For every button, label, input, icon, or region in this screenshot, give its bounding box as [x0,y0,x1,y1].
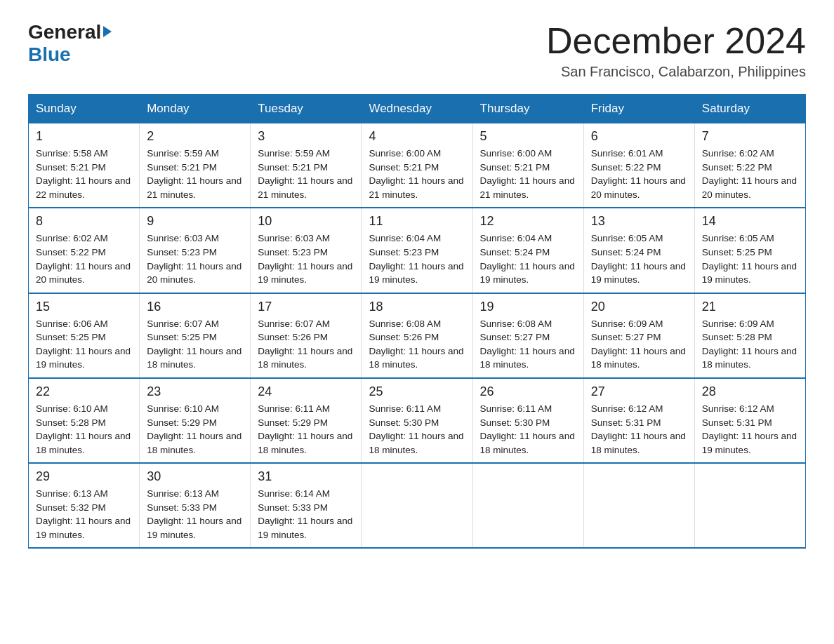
day-info: Sunrise: 6:13 AMSunset: 5:32 PMDaylight:… [36,487,132,542]
header-cell-tuesday: Tuesday [251,95,362,123]
day-cell: 6Sunrise: 6:01 AMSunset: 5:22 PMDaylight… [583,123,694,208]
day-info: Sunrise: 6:04 AMSunset: 5:24 PMDaylight:… [480,232,576,286]
day-cell: 3Sunrise: 5:59 AMSunset: 5:21 PMDaylight… [251,123,362,208]
day-number: 12 [480,214,576,229]
day-info: Sunrise: 6:11 AMSunset: 5:30 PMDaylight:… [480,402,576,457]
day-number: 6 [591,129,687,144]
day-cell: 18Sunrise: 6:08 AMSunset: 5:26 PMDayligh… [362,293,472,378]
day-cell: 11Sunrise: 6:04 AMSunset: 5:23 PMDayligh… [362,208,472,293]
day-cell: 7Sunrise: 6:02 AMSunset: 5:22 PMDaylight… [694,123,805,208]
day-info: Sunrise: 6:06 AMSunset: 5:25 PMDaylight:… [36,317,132,372]
day-info: Sunrise: 6:11 AMSunset: 5:30 PMDaylight:… [369,402,465,457]
logo-general-text: General [28,21,101,43]
day-number: 22 [36,384,132,399]
day-info: Sunrise: 6:03 AMSunset: 5:23 PMDaylight:… [147,232,243,286]
day-info: Sunrise: 6:02 AMSunset: 5:22 PMDaylight:… [702,147,798,201]
week-row: 22Sunrise: 6:10 AMSunset: 5:28 PMDayligh… [29,378,806,463]
day-cell [362,463,472,548]
day-info: Sunrise: 6:12 AMSunset: 5:31 PMDaylight:… [591,402,687,457]
location-subtitle: San Francisco, Calabarzon, Philippines [546,64,806,80]
day-info: Sunrise: 6:12 AMSunset: 5:31 PMDaylight:… [702,402,798,457]
day-number: 16 [147,300,243,314]
day-info: Sunrise: 6:01 AMSunset: 5:22 PMDaylight:… [591,147,687,201]
day-number: 28 [702,384,798,399]
header-cell-sunday: Sunday [29,95,140,123]
day-info: Sunrise: 6:08 AMSunset: 5:26 PMDaylight:… [369,317,465,372]
day-number: 15 [36,300,132,314]
day-cell: 29Sunrise: 6:13 AMSunset: 5:32 PMDayligh… [29,463,140,548]
day-cell: 26Sunrise: 6:11 AMSunset: 5:30 PMDayligh… [472,378,583,463]
day-info: Sunrise: 5:59 AMSunset: 5:21 PMDaylight:… [258,147,354,201]
day-cell: 10Sunrise: 6:03 AMSunset: 5:23 PMDayligh… [251,208,362,293]
day-number: 26 [480,384,576,399]
day-number: 10 [258,214,354,229]
page-header: General Blue December 2024 San Francisco… [28,21,806,80]
day-cell: 14Sunrise: 6:05 AMSunset: 5:25 PMDayligh… [694,208,805,293]
day-info: Sunrise: 6:02 AMSunset: 5:22 PMDaylight:… [36,232,132,286]
logo-blue-text: Blue [28,43,71,65]
day-number: 23 [147,384,243,399]
day-info: Sunrise: 6:07 AMSunset: 5:26 PMDaylight:… [258,317,354,372]
day-cell: 21Sunrise: 6:09 AMSunset: 5:28 PMDayligh… [694,293,805,378]
day-info: Sunrise: 6:14 AMSunset: 5:33 PMDaylight:… [258,487,354,542]
day-cell [694,463,805,548]
week-row: 29Sunrise: 6:13 AMSunset: 5:32 PMDayligh… [29,463,806,548]
day-cell: 25Sunrise: 6:11 AMSunset: 5:30 PMDayligh… [362,378,472,463]
logo: General Blue [28,21,112,66]
header-cell-saturday: Saturday [694,95,805,123]
calendar-header: SundayMondayTuesdayWednesdayThursdayFrid… [29,95,806,123]
day-info: Sunrise: 6:00 AMSunset: 5:21 PMDaylight:… [480,147,576,201]
day-cell: 9Sunrise: 6:03 AMSunset: 5:23 PMDaylight… [140,208,251,293]
day-info: Sunrise: 6:03 AMSunset: 5:23 PMDaylight:… [258,232,354,286]
day-number: 18 [369,300,465,314]
day-cell: 24Sunrise: 6:11 AMSunset: 5:29 PMDayligh… [251,378,362,463]
day-cell: 16Sunrise: 6:07 AMSunset: 5:25 PMDayligh… [140,293,251,378]
day-cell: 13Sunrise: 6:05 AMSunset: 5:24 PMDayligh… [583,208,694,293]
day-cell: 19Sunrise: 6:08 AMSunset: 5:27 PMDayligh… [472,293,583,378]
header-cell-thursday: Thursday [472,95,583,123]
header-row: SundayMondayTuesdayWednesdayThursdayFrid… [29,95,806,123]
day-cell: 1Sunrise: 5:58 AMSunset: 5:21 PMDaylight… [29,123,140,208]
day-cell: 4Sunrise: 6:00 AMSunset: 5:21 PMDaylight… [362,123,472,208]
day-cell: 12Sunrise: 6:04 AMSunset: 5:24 PMDayligh… [472,208,583,293]
day-number: 29 [36,469,132,484]
day-info: Sunrise: 6:04 AMSunset: 5:23 PMDaylight:… [369,232,465,286]
day-info: Sunrise: 6:09 AMSunset: 5:28 PMDaylight:… [702,317,798,372]
day-number: 24 [258,384,354,399]
day-cell: 15Sunrise: 6:06 AMSunset: 5:25 PMDayligh… [29,293,140,378]
day-number: 11 [369,214,465,229]
day-number: 7 [702,129,798,144]
day-cell: 8Sunrise: 6:02 AMSunset: 5:22 PMDaylight… [29,208,140,293]
day-number: 25 [369,384,465,399]
day-number: 3 [258,129,354,144]
calendar-body: 1Sunrise: 5:58 AMSunset: 5:21 PMDaylight… [29,123,806,549]
day-cell [472,463,583,548]
day-number: 5 [480,129,576,144]
day-cell: 28Sunrise: 6:12 AMSunset: 5:31 PMDayligh… [694,378,805,463]
day-number: 13 [591,214,687,229]
day-info: Sunrise: 6:08 AMSunset: 5:27 PMDaylight:… [480,317,576,372]
day-number: 21 [702,300,798,314]
day-cell: 23Sunrise: 6:10 AMSunset: 5:29 PMDayligh… [140,378,251,463]
day-number: 9 [147,214,243,229]
day-number: 31 [258,469,354,484]
day-cell: 2Sunrise: 5:59 AMSunset: 5:21 PMDaylight… [140,123,251,208]
day-number: 20 [591,300,687,314]
day-cell: 31Sunrise: 6:14 AMSunset: 5:33 PMDayligh… [251,463,362,548]
day-number: 2 [147,129,243,144]
day-number: 14 [702,214,798,229]
logo-arrow-icon [103,26,112,37]
day-cell: 30Sunrise: 6:13 AMSunset: 5:33 PMDayligh… [140,463,251,548]
header-cell-friday: Friday [583,95,694,123]
day-cell: 5Sunrise: 6:00 AMSunset: 5:21 PMDaylight… [472,123,583,208]
day-cell [583,463,694,548]
day-number: 19 [480,300,576,314]
calendar-table: SundayMondayTuesdayWednesdayThursdayFrid… [28,94,806,549]
day-info: Sunrise: 6:05 AMSunset: 5:24 PMDaylight:… [591,232,687,286]
day-info: Sunrise: 6:13 AMSunset: 5:33 PMDaylight:… [147,487,243,542]
day-cell: 20Sunrise: 6:09 AMSunset: 5:27 PMDayligh… [583,293,694,378]
day-info: Sunrise: 6:05 AMSunset: 5:25 PMDaylight:… [702,232,798,286]
day-info: Sunrise: 5:59 AMSunset: 5:21 PMDaylight:… [147,147,243,201]
day-info: Sunrise: 6:07 AMSunset: 5:25 PMDaylight:… [147,317,243,372]
header-cell-monday: Monday [140,95,251,123]
